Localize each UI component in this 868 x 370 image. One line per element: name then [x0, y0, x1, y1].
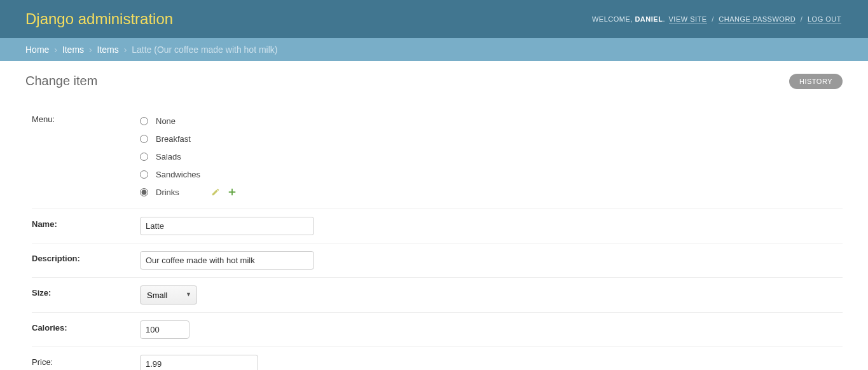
description-label: Description: — [32, 251, 140, 263]
page-title: Change item — [25, 74, 843, 88]
logout-link[interactable]: LOG OUT — [808, 15, 841, 24]
menu-option-breakfast[interactable]: Breakfast — [140, 130, 843, 147]
field-row-size: Size: Small — [32, 278, 843, 313]
menu-radio-none[interactable] — [140, 117, 148, 125]
field-row-calories: Calories: — [32, 313, 843, 347]
menu-radio-breakfast[interactable] — [140, 135, 148, 143]
menu-radiolist: None Breakfast Salads Sandwiches — [140, 112, 843, 201]
menu-radio-sandwiches[interactable] — [140, 170, 148, 179]
breadcrumb-app[interactable]: Items — [62, 45, 84, 55]
field-row-menu: Menu: None Breakfast Salads — [32, 104, 843, 209]
pencil-icon[interactable] — [211, 188, 220, 196]
menu-label: Menu: — [32, 112, 140, 124]
header: Django administration WELCOME, DANIEL. V… — [0, 0, 868, 38]
menu-option-drinks[interactable]: Drinks — [140, 183, 843, 201]
object-tools: HISTORY — [789, 74, 843, 89]
field-row-price: Price: — [32, 347, 843, 370]
field-row-description: Description: — [32, 243, 843, 278]
view-site-link[interactable]: VIEW SITE — [669, 15, 707, 24]
name-input[interactable] — [140, 217, 314, 235]
size-select[interactable]: Small — [140, 285, 197, 305]
size-label: Size: — [32, 285, 140, 298]
content: HISTORY Change item Menu: None Breakfast — [0, 61, 868, 370]
breadcrumb-current: Latte (Our coffee made with hot milk) — [132, 45, 277, 55]
calories-label: Calories: — [32, 320, 140, 332]
price-input[interactable] — [140, 355, 258, 370]
name-label: Name: — [32, 217, 140, 229]
change-password-link[interactable]: CHANGE PASSWORD — [719, 15, 796, 24]
field-row-name: Name: — [32, 209, 843, 243]
form-module: Menu: None Breakfast Salads — [32, 104, 843, 370]
price-label: Price: — [32, 355, 140, 367]
breadcrumbs: Home › Items › Items › Latte (Our coffee… — [0, 38, 868, 61]
username: DANIEL — [635, 15, 663, 23]
menu-option-none[interactable]: None — [140, 112, 843, 130]
branding[interactable]: Django administration — [25, 10, 173, 28]
menu-option-sandwiches[interactable]: Sandwiches — [140, 165, 843, 183]
user-tools: WELCOME, DANIEL. VIEW SITE / CHANGE PASS… — [592, 15, 843, 23]
menu-radio-drinks[interactable] — [140, 188, 148, 196]
description-input[interactable] — [140, 251, 314, 270]
menu-radio-salads[interactable] — [140, 153, 148, 161]
breadcrumb-home[interactable]: Home — [25, 45, 49, 55]
breadcrumb-model[interactable]: Items — [97, 45, 119, 55]
history-button[interactable]: HISTORY — [789, 74, 843, 89]
welcome-text: WELCOME, — [592, 15, 633, 23]
menu-option-salads[interactable]: Salads — [140, 147, 843, 165]
plus-icon[interactable] — [228, 188, 237, 196]
calories-input[interactable] — [140, 320, 189, 339]
